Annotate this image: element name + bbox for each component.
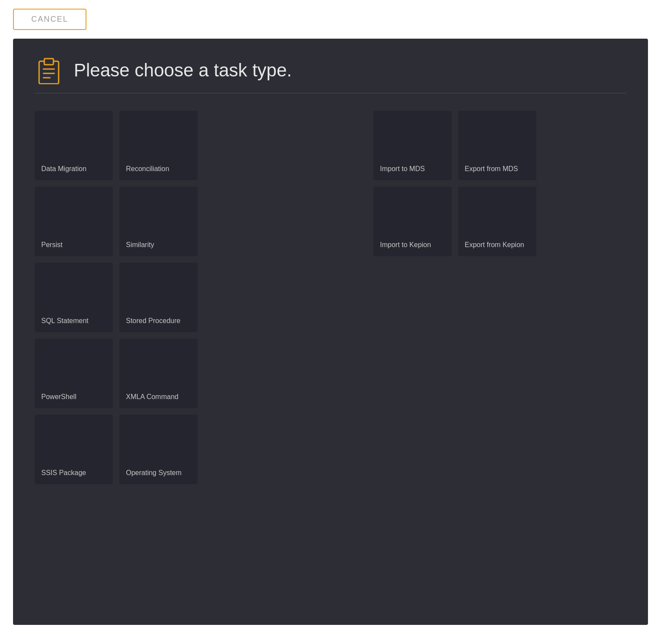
tile-empty-18 xyxy=(458,339,536,408)
tile-empty-17 xyxy=(373,339,452,408)
tile-data-migration[interactable]: Data Migration xyxy=(35,111,113,180)
tile-persist[interactable]: Persist xyxy=(35,187,113,256)
tile-empty-20 xyxy=(628,339,661,408)
task-grid: Data Migration Reconciliation Import to … xyxy=(35,111,626,484)
tile-empty-12 xyxy=(458,263,536,332)
main-panel: Please choose a task type. Data Migratio… xyxy=(13,39,648,625)
tile-empty-13 xyxy=(543,263,621,332)
tile-empty-2 xyxy=(289,111,367,180)
tile-empty-24 xyxy=(458,415,536,484)
tile-empty-14 xyxy=(628,263,661,332)
tile-empty-10 xyxy=(289,263,367,332)
tile-empty-6 xyxy=(289,187,367,256)
tile-empty-23 xyxy=(373,415,452,484)
cancel-button[interactable]: CANCEL xyxy=(13,9,86,30)
page-title: Please choose a task type. xyxy=(74,60,292,81)
tile-xmla-command[interactable]: XMLA Command xyxy=(119,339,198,408)
tile-sql-statement[interactable]: SQL Statement xyxy=(35,263,113,332)
tile-reconciliation[interactable]: Reconciliation xyxy=(119,111,198,180)
tile-empty-4 xyxy=(628,111,661,180)
tile-operating-system[interactable]: Operating System xyxy=(119,415,198,484)
tile-ssis-package[interactable]: SSIS Package xyxy=(35,415,113,484)
tile-empty-5 xyxy=(204,187,282,256)
tile-empty-21 xyxy=(204,415,282,484)
tile-powershell[interactable]: PowerShell xyxy=(35,339,113,408)
tile-stored-procedure[interactable]: Stored Procedure xyxy=(119,263,198,332)
tile-empty-7 xyxy=(543,187,621,256)
tile-empty-15 xyxy=(204,339,282,408)
header-section: Please choose a task type. xyxy=(35,56,626,93)
tile-export-kepion[interactable]: Export from Kepion xyxy=(458,187,536,256)
tile-import-mds[interactable]: Import to MDS xyxy=(373,111,452,180)
tile-empty-25 xyxy=(543,415,621,484)
tile-empty-9 xyxy=(204,263,282,332)
tile-import-kepion[interactable]: Import to Kepion xyxy=(373,187,452,256)
tile-empty-22 xyxy=(289,415,367,484)
tile-empty-11 xyxy=(373,263,452,332)
tile-empty-8 xyxy=(628,187,661,256)
clipboard-icon xyxy=(35,56,63,84)
tile-similarity[interactable]: Similarity xyxy=(119,187,198,256)
tile-empty-19 xyxy=(543,339,621,408)
svg-rect-1 xyxy=(44,59,53,65)
tile-empty-26 xyxy=(628,415,661,484)
tile-empty-1 xyxy=(204,111,282,180)
top-bar: CANCEL xyxy=(0,0,661,39)
tile-export-mds[interactable]: Export from MDS xyxy=(458,111,536,180)
tile-empty-3 xyxy=(543,111,621,180)
tile-empty-16 xyxy=(289,339,367,408)
